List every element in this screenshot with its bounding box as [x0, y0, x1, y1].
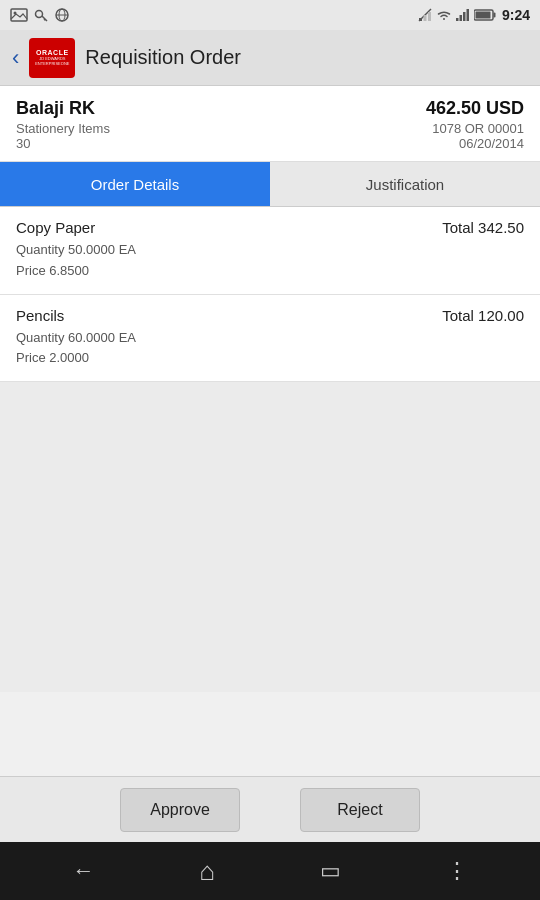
- svg-rect-14: [463, 12, 466, 21]
- oracle-logo: ORACLE JD EDWARDSENTERPRISEONE: [29, 38, 75, 78]
- order-item-1: Copy Paper Total 342.50 Quantity 50.0000…: [0, 207, 540, 295]
- page-title: Requisition Order: [85, 46, 241, 69]
- svg-rect-13: [459, 15, 462, 21]
- svg-rect-12: [456, 18, 459, 21]
- order-id: 1078 OR 00001: [426, 121, 524, 136]
- empty-content-area: [0, 382, 540, 692]
- svg-point-2: [36, 11, 43, 18]
- item-quantity-2: Quantity 60.0000 EA: [16, 328, 524, 349]
- key-icon: [34, 8, 48, 22]
- svg-rect-0: [11, 9, 27, 21]
- globe-icon: [54, 8, 70, 22]
- time-display: 9:24: [502, 7, 530, 23]
- svg-rect-15: [466, 9, 469, 21]
- tab-justification[interactable]: Justification: [270, 162, 540, 206]
- item-quantity-1: Quantity 50.0000 EA: [16, 240, 524, 261]
- order-amount: 462.50 USD: [426, 98, 524, 119]
- order-date: 06/20/2014: [426, 136, 524, 151]
- sys-home-icon[interactable]: ⌂: [199, 856, 215, 887]
- signal-bars-icon: [456, 9, 470, 21]
- system-nav-bar: ← ⌂ ▭ ⋮: [0, 842, 540, 900]
- nav-bar: ‹ ORACLE JD EDWARDSENTERPRISEONE Requisi…: [0, 30, 540, 86]
- sys-more-icon[interactable]: ⋮: [446, 858, 468, 884]
- action-buttons: Approve Reject: [0, 776, 540, 842]
- svg-rect-10: [423, 15, 426, 21]
- svg-line-4: [44, 19, 45, 21]
- image-icon: [10, 8, 28, 22]
- customer-name: Balaji RK: [16, 98, 110, 119]
- back-button[interactable]: ‹: [12, 45, 19, 71]
- reject-button[interactable]: Reject: [300, 788, 420, 832]
- svg-rect-18: [475, 12, 490, 19]
- order-item-2: Pencils Total 120.00 Quantity 60.0000 EA…: [0, 295, 540, 383]
- item-price-1: Price 6.8500: [16, 261, 524, 282]
- tab-bar: Order Details Justification: [0, 162, 540, 207]
- item-price-2: Price 2.0000: [16, 348, 524, 369]
- battery-icon: [474, 9, 496, 21]
- svg-rect-11: [428, 12, 431, 21]
- svg-rect-9: [419, 18, 422, 21]
- svg-rect-17: [493, 13, 495, 18]
- order-items-list: Copy Paper Total 342.50 Quantity 50.0000…: [0, 207, 540, 382]
- signal-off-icon: [418, 8, 432, 22]
- sys-back-icon[interactable]: ←: [72, 858, 94, 884]
- tab-order-details[interactable]: Order Details: [0, 162, 270, 206]
- sys-recent-icon[interactable]: ▭: [320, 858, 341, 884]
- wifi-icon: [436, 9, 452, 21]
- status-bar: 9:24: [0, 0, 540, 30]
- order-header: Balaji RK Stationery Items 30 462.50 USD…: [0, 86, 540, 162]
- item-total-1: Total 342.50: [442, 219, 524, 236]
- item-total-2: Total 120.00: [442, 307, 524, 324]
- status-bar-left-icons: [10, 8, 70, 22]
- order-number: 30: [16, 136, 110, 151]
- status-bar-right-icons: 9:24: [418, 7, 530, 23]
- approve-button[interactable]: Approve: [120, 788, 240, 832]
- item-name-1: Copy Paper: [16, 219, 95, 236]
- order-category: Stationery Items: [16, 121, 110, 136]
- item-name-2: Pencils: [16, 307, 64, 324]
